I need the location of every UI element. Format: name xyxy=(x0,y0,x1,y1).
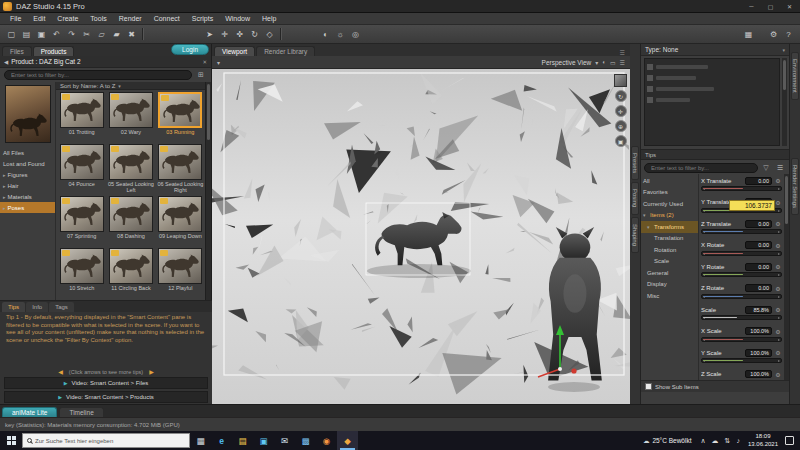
draw-style-icon[interactable]: ◐ xyxy=(602,59,606,65)
slider-x-translate[interactable]: X Translate0.00⚙ xyxy=(701,175,782,197)
menu-window[interactable]: Window xyxy=(219,15,256,22)
filter-icon[interactable]: ▽ xyxy=(760,164,772,172)
video-link-products[interactable]: ▶ Video: Smart Content > Products xyxy=(4,391,208,403)
spot-render-tool-icon[interactable]: ☼ xyxy=(333,27,348,42)
parameter-gear-icon[interactable]: ⚙ xyxy=(774,177,782,184)
close-button[interactable]: ✕ xyxy=(782,1,797,12)
paste-icon[interactable]: ▰ xyxy=(109,27,124,42)
file-explorer-icon[interactable]: ▤ xyxy=(232,431,253,450)
tree-misc[interactable]: Misc xyxy=(641,290,698,302)
parameter-gear-icon[interactable]: ⚙ xyxy=(774,242,782,249)
maximize-button[interactable]: ▢ xyxy=(763,1,778,12)
tips-bar[interactable]: Tips xyxy=(641,149,789,160)
menu-connect[interactable]: Connect xyxy=(148,15,186,22)
tab-tips[interactable]: Tips xyxy=(2,302,25,312)
tree-translation[interactable]: Translation xyxy=(641,233,698,245)
redo-icon[interactable]: ↷ xyxy=(64,27,79,42)
pose-thumbnail[interactable] xyxy=(109,144,153,180)
render-icon[interactable]: ◎ xyxy=(348,27,363,42)
slider-z-translate[interactable]: Z Translate0.00⚙ xyxy=(701,218,782,240)
parameter-gear-icon[interactable]: ⚙ xyxy=(774,349,782,356)
tree-all[interactable]: All xyxy=(641,175,698,187)
parameter-gear-icon[interactable]: ⚙ xyxy=(774,306,782,313)
slider-y-rotate[interactable]: Y Rotate0.00⚙ xyxy=(701,261,782,283)
tab-timeline[interactable]: Timeline xyxy=(59,407,103,417)
tree-rotation[interactable]: Rotation xyxy=(641,244,698,256)
undo-icon[interactable]: ↶ xyxy=(49,27,64,42)
weather-widget[interactable]: ☁ 25°C Bewölkt xyxy=(637,437,698,445)
parameters-menu-icon[interactable]: ☰ xyxy=(774,164,786,172)
pose-item[interactable]: 11 Circling Back xyxy=(106,247,155,299)
pose-thumbnail[interactable] xyxy=(158,144,202,180)
product-box-image[interactable] xyxy=(5,85,51,143)
parameters-search-input[interactable] xyxy=(644,163,758,173)
onedrive-icon[interactable]: ☁ xyxy=(709,437,722,445)
pose-item[interactable]: 05 Seated Looking Left xyxy=(106,143,155,195)
content-scrollbar[interactable] xyxy=(205,82,211,300)
node-selection-tool-icon[interactable]: ➤ xyxy=(202,27,217,42)
tab-tags[interactable]: Tags xyxy=(49,302,74,312)
slider-track[interactable] xyxy=(701,358,782,363)
parameter-value-field[interactable]: 0.00 xyxy=(745,220,772,228)
prev-tip-icon[interactable]: ◀ xyxy=(58,368,63,375)
list-item[interactable] xyxy=(647,95,777,104)
pan-control-icon[interactable]: ✛ xyxy=(615,105,627,117)
slider-scale[interactable]: Scale85.8%⚙ xyxy=(701,304,782,326)
category-materials[interactable]: ▸Materials xyxy=(0,191,55,202)
slider-z-rotate[interactable]: Z Rotate0.00⚙ xyxy=(701,283,782,305)
preferences-icon[interactable]: ⚙ xyxy=(766,27,781,42)
start-button[interactable] xyxy=(0,431,22,450)
edge-icon[interactable]: e xyxy=(211,431,232,450)
clock[interactable]: 18:09 13.06.2021 xyxy=(743,433,783,447)
titlebar[interactable]: DAZ Studio 4.15 Pro ─ ▢ ✕ xyxy=(0,0,800,13)
parameter-gear-icon[interactable]: ⚙ xyxy=(774,263,782,270)
scene-grid-icon[interactable]: ▦ xyxy=(741,27,756,42)
daz-studio-icon[interactable]: ◆ xyxy=(337,431,358,450)
pose-thumbnail[interactable] xyxy=(60,92,104,128)
item-list[interactable] xyxy=(644,58,780,146)
category-poses[interactable]: ▸Poses xyxy=(0,202,55,213)
photos-icon[interactable]: ▩ xyxy=(295,431,316,450)
parameter-value-field[interactable]: 0.00 xyxy=(745,284,772,292)
save-scene-icon[interactable]: ▣ xyxy=(34,27,49,42)
slider-track[interactable] xyxy=(701,337,782,342)
pose-thumbnail[interactable] xyxy=(109,248,153,284)
viewport-options-icon[interactable]: ☰ xyxy=(620,59,625,66)
view-selector-dropdown-icon[interactable]: ▾ xyxy=(595,59,598,66)
sort-bar[interactable]: Sort by Name: A to Z ▾ xyxy=(56,82,206,90)
pose-thumbnail[interactable] xyxy=(60,248,104,284)
scale-tool-icon[interactable]: ◇ xyxy=(262,27,277,42)
slider-z-scale[interactable]: Z Scale100.0%⚙ xyxy=(701,369,782,381)
pose-item[interactable]: 01 Trotting xyxy=(57,91,106,143)
view-cube[interactable] xyxy=(614,74,627,87)
parameter-value-field[interactable]: 100.0% xyxy=(745,349,772,357)
close-product-icon[interactable]: ✕ xyxy=(202,59,207,65)
tab-render-library[interactable]: Render Library xyxy=(256,46,315,56)
volume-icon[interactable]: ♪ xyxy=(733,437,743,444)
tab-viewport[interactable]: Viewport xyxy=(214,46,255,56)
parameter-value-field[interactable]: 0.00 xyxy=(745,177,772,185)
slider-track[interactable] xyxy=(701,315,782,320)
slider-track[interactable] xyxy=(701,380,782,381)
view-selector[interactable]: Perspective View xyxy=(542,59,592,66)
tree-general[interactable]: General xyxy=(641,267,698,279)
surface-selection-tool-icon[interactable]: ◐ xyxy=(318,27,333,42)
pose-item[interactable]: 12 Playful xyxy=(156,247,205,299)
parameter-gear-icon[interactable]: ⚙ xyxy=(774,220,782,227)
tab-shaping[interactable]: Shaping xyxy=(631,217,639,253)
tree-favorites[interactable]: Favorites xyxy=(641,187,698,199)
orbit-control-icon[interactable]: ↻ xyxy=(615,90,627,102)
pose-thumbnail[interactable] xyxy=(109,92,153,128)
slider-track[interactable] xyxy=(701,294,782,299)
pose-item[interactable]: 10 Stretch xyxy=(57,247,106,299)
viewport-canvas[interactable]: ↻ ✛ ⊕ ▣ xyxy=(212,69,630,404)
slider-track[interactable] xyxy=(701,229,782,234)
delete-icon[interactable]: ✖ xyxy=(124,27,139,42)
parameter-value-field[interactable]: 100.0% xyxy=(745,327,772,335)
tree-selected-items[interactable]: ▾Items (2) xyxy=(641,210,698,222)
pose-thumbnail[interactable] xyxy=(158,92,202,128)
pose-item-selected[interactable]: 03 Running xyxy=(156,91,205,143)
camera-menu-icon[interactable]: ▾ xyxy=(217,59,220,66)
taskbar-search[interactable] xyxy=(22,433,190,448)
slider-x-scale[interactable]: X Scale100.0%⚙ xyxy=(701,326,782,348)
